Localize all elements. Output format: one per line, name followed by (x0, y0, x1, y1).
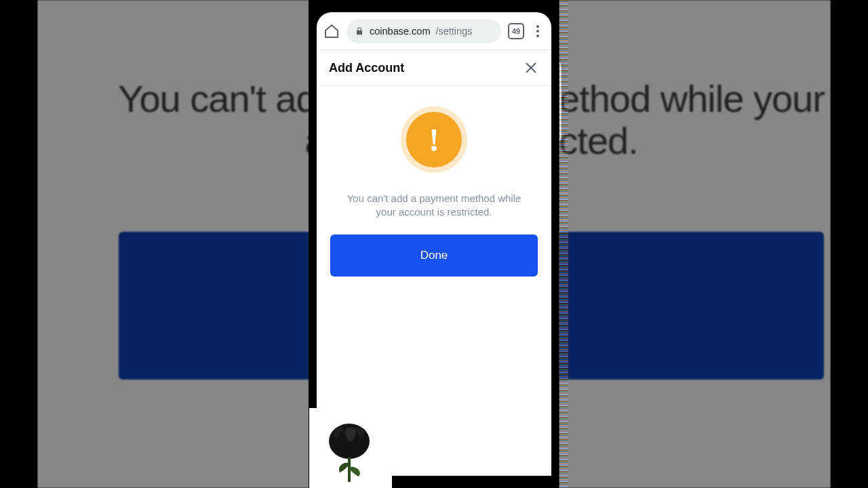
warning-icon: ! (406, 112, 462, 167)
rose-icon (317, 414, 384, 482)
video-noise-strip (559, 0, 568, 488)
home-icon[interactable] (323, 23, 340, 39)
svg-rect-0 (357, 30, 362, 34)
url-domain: coinbase.com (370, 26, 430, 37)
pillarbox-left (0, 0, 37, 488)
warning-glyph: ! (429, 121, 439, 159)
url-bar[interactable]: coinbase.com/settings (347, 19, 501, 43)
modal-body: ! You can't add a payment method while y… (317, 86, 551, 277)
pillarbox-right (831, 0, 868, 488)
tab-count-value: 49 (512, 27, 520, 35)
done-button[interactable]: Done (330, 235, 538, 277)
phone-screen: coinbase.com/settings 49 Add Account ! Y… (317, 12, 551, 476)
modal-message: You can't add a payment method while you… (330, 192, 538, 235)
lock-icon (355, 26, 364, 36)
warning-icon-ring: ! (401, 106, 467, 173)
avatar-thumbnail (309, 408, 392, 488)
browser-toolbar: coinbase.com/settings 49 (317, 12, 551, 50)
url-path: /settings (435, 26, 472, 37)
modal-header: Add Account (317, 50, 551, 86)
modal-title: Add Account (329, 61, 404, 75)
menu-icon[interactable] (531, 25, 545, 37)
close-icon[interactable] (523, 60, 539, 76)
tab-count-button[interactable]: 49 (508, 23, 524, 39)
